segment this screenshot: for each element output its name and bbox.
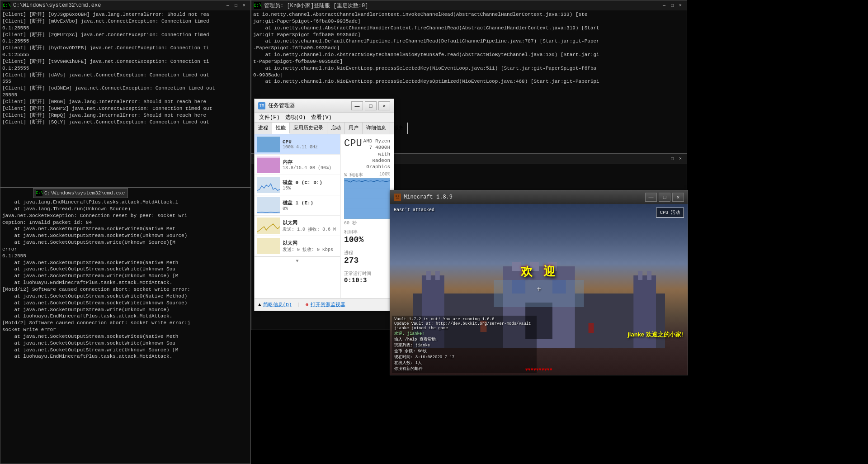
sidebar-scroll-down[interactable]: ▼: [255, 256, 340, 265]
task-manager-window: TM 任务管理器 — □ × 文件(F) 选项(O) 查看(V) 进程 性能 应…: [254, 99, 394, 311]
cmd3-inner-title: C:\Windows\system32\cmd.exe: [44, 190, 125, 196]
sidebar-disk0[interactable]: 磁盘 0 (C: D:) 15%: [255, 175, 340, 195]
tab-users[interactable]: 用户: [345, 123, 363, 134]
svg-rect-5: [396, 195, 397, 197]
cmd2-controls[interactable]: — □ ×: [660, 2, 684, 9]
tm-close-button[interactable]: ×: [378, 101, 390, 110]
tab-details[interactable]: 详细信息: [363, 123, 390, 134]
simple-view-icon: ▲: [258, 302, 261, 308]
disk1-value: 0%: [283, 206, 337, 211]
eth2-value: 发送: 0 接收: 0 Kbps: [283, 246, 337, 253]
tab-processes[interactable]: 进程: [255, 123, 272, 134]
task-manager-title: 任务管理器: [268, 102, 295, 109]
mc-hud-text: CPU 活动: [660, 210, 680, 215]
runtime-value: 0:10:3: [344, 277, 371, 284]
disk0-info: 磁盘 0 (C: D:) 15%: [283, 179, 337, 191]
proc-label: 进程: [344, 250, 371, 256]
eth1-info: 以太网 发送: 1.0 接收: 8.6 M: [283, 219, 337, 232]
menu-file[interactable]: 文件(F): [256, 114, 283, 121]
minecraft-controls[interactable]: — □ ×: [645, 193, 684, 202]
util-value: 100%: [344, 235, 371, 244]
open-monitor-link[interactable]: 打开资源监视器: [311, 301, 345, 308]
mc-crosshair: +: [537, 285, 541, 294]
mc-healthbar: ♥♥♥♥♥♥♥♥♥♥: [525, 367, 552, 372]
cmd2-titlebar: C:\ 管理员: [Kz@小家]登陆服 [重启次数:0] — □ ×: [251, 0, 687, 10]
runtime-label: 正常运行时间: [344, 270, 371, 277]
chat-line-9: 在线人数: 1人: [394, 360, 534, 366]
tab-app-history[interactable]: 应用历史记录: [290, 123, 327, 134]
cmd1-controls[interactable]: — □ ×: [224, 2, 248, 9]
disk0-mini-graph: [257, 177, 280, 193]
simple-info-link[interactable]: 简略信息(D): [263, 301, 292, 308]
cmd2-minimize[interactable]: —: [660, 2, 668, 9]
svg-rect-3: [344, 179, 390, 218]
tm-minimize-button[interactable]: —: [351, 101, 363, 110]
sidebar-ethernet1[interactable]: 以太网 发送: 1.0 接收: 8.6 M: [255, 216, 340, 236]
util-label: 利用率: [344, 229, 371, 235]
minecraft-title: Minecraft 1.8.9: [404, 194, 453, 200]
menu-options[interactable]: 选项(O): [283, 114, 309, 121]
eth2-mini-graph: [257, 238, 280, 254]
cmd3-content: at java.lang.EndMinecraftPlus.tasks.atta…: [0, 188, 250, 454]
cmd4-minimize[interactable]: —: [660, 156, 668, 162]
sidebar-cpu[interactable]: CPU 100% 4.11 GHz: [255, 134, 340, 155]
cmd4-close[interactable]: ×: [677, 156, 684, 162]
svg-rect-7: [396, 198, 399, 199]
proc-value: 273: [344, 256, 371, 265]
max-percent-label: 100%: [379, 172, 390, 178]
cmd3-inner-icon: C:\: [36, 190, 42, 196]
task-manager-controls[interactable]: — □ ×: [351, 101, 390, 110]
sidebar-ethernet2[interactable]: 以太网 发送: 0 接收: 0 Kbps: [255, 236, 340, 256]
mc-minimize-button[interactable]: —: [645, 193, 657, 202]
mc-notification-text: Hasn't attacked: [394, 208, 434, 213]
cmd-window-3: C:\ C:\Windows\system32\cmd.exe at java.…: [0, 188, 251, 464]
scroll-down-icon[interactable]: ▼: [296, 259, 298, 264]
cmd1-line: [Client] [断开] [OyJ3gpGxoOBH] java.lang.I…: [2, 11, 249, 125]
tab-performance[interactable]: 性能: [272, 123, 290, 134]
mc-watermark: jianke 欢迎之的小家!: [627, 331, 683, 339]
menu-view[interactable]: 查看(V): [308, 114, 335, 121]
cmd2-lines: at io.netty.channel.AbstractChannelHandl…: [253, 11, 685, 85]
cmd1-maximize[interactable]: □: [232, 2, 240, 9]
mc-welcome-text: 欢 迎: [521, 264, 557, 279]
cpu-label: CPU: [283, 139, 337, 145]
cmd1-title: C:\Windows\system32\cmd.exe: [13, 2, 101, 9]
eth1-label: 以太网: [283, 219, 337, 226]
chat-line-10: 你没有新的邮件: [394, 366, 534, 372]
cmd1-icon: C:\: [3, 2, 10, 9]
mc-chat: Vault 1.7.2 is out! You are running 1.6.…: [392, 316, 537, 373]
cmd2-maximize[interactable]: □: [669, 2, 676, 9]
svg-rect-4: [395, 194, 400, 200]
cmd4-maximize[interactable]: □: [669, 156, 676, 162]
open-monitor-icon: ⊕: [306, 302, 309, 308]
sidebar-disk1[interactable]: 磁盘 1 (E:) 0%: [255, 195, 340, 216]
cmd4-controls[interactable]: — □ ×: [660, 156, 684, 162]
tab-services[interactable]: 服务: [390, 123, 408, 134]
graph-time-label: 60 秒: [344, 220, 390, 226]
svg-rect-16: [512, 262, 521, 271]
cmd1-minimize[interactable]: —: [224, 2, 231, 9]
task-manager-titlebar: TM 任务管理器 — □ ×: [255, 99, 394, 113]
mem-info: 内存 13.8/15.4 GB (90%): [283, 159, 337, 170]
tm-maximize-button[interactable]: □: [365, 101, 377, 110]
mc-close-button[interactable]: ×: [672, 193, 684, 202]
runtime-stat: 正常运行时间 0:10:3: [344, 270, 371, 284]
disk0-label: 磁盘 0 (C: D:): [283, 179, 337, 186]
tab-startup[interactable]: 启动: [327, 123, 345, 134]
svg-rect-24: [589, 323, 594, 333]
task-manager-body: CPU 100% 4.11 GHz 内存 13.8/15.4 GB (90%): [255, 134, 394, 298]
svg-rect-22: [494, 280, 584, 307]
cmd2-icon: C:\: [254, 2, 261, 9]
cpu-stats: 利用率 100% 进程 273 正常运行时间 0:10:3: [344, 229, 390, 284]
minecraft-window: Minecraft 1.8.9 — □ ×: [390, 190, 688, 375]
cmd1-close[interactable]: ×: [241, 2, 248, 9]
minecraft-game[interactable]: 欢 迎 Hasn't attacked CPU 活动 + jianke 欢迎之的…: [390, 204, 688, 375]
eth1-mini-graph: [257, 218, 280, 234]
cmd1-content: [Client] [断开] [OyJ3gpGxoOBH] java.lang.I…: [0, 10, 250, 187]
sidebar-memory[interactable]: 内存 13.8/15.4 GB (90%): [255, 155, 340, 175]
mc-restore-button[interactable]: □: [659, 193, 670, 202]
cmd2-close[interactable]: ×: [677, 2, 684, 9]
minecraft-titlebar: Minecraft 1.8.9 — □ ×: [390, 190, 688, 204]
task-manager-tabs: 进程 性能 应用历史记录 启动 用户 详细信息 服务: [255, 123, 394, 134]
processes-stat: 进程 273: [344, 250, 371, 265]
